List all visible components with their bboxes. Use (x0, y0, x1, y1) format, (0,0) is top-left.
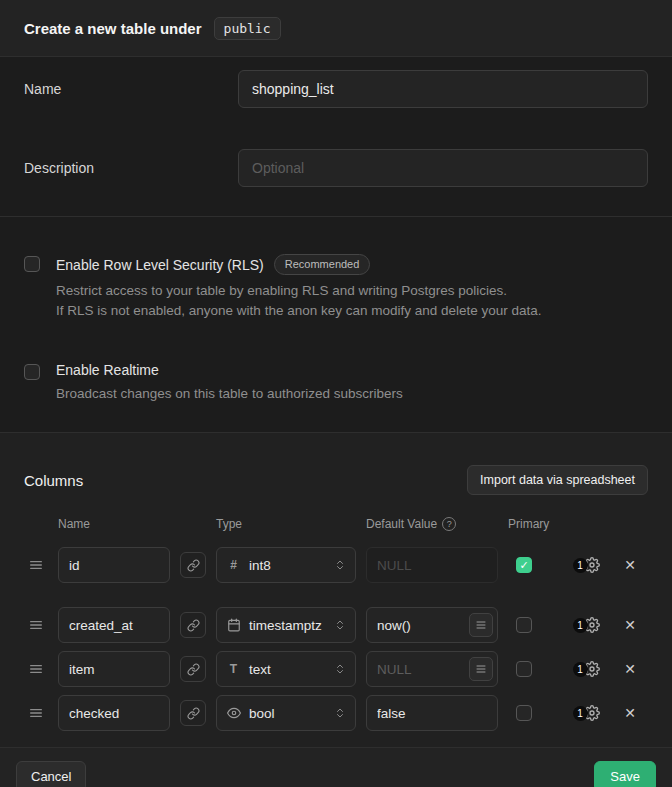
primary-checkbox[interactable] (516, 617, 532, 633)
name-field-row: Name (24, 70, 648, 108)
column-type-select[interactable]: # int8 (216, 547, 356, 583)
default-value-cell (366, 547, 498, 583)
settings-count-badge: 1 (573, 662, 588, 677)
remove-column-button[interactable]: ✕ (620, 661, 640, 677)
default-value-cell (366, 651, 498, 687)
rls-checkbox[interactable] (24, 256, 40, 272)
create-table-panel: Create a new table under public Name Des… (0, 0, 672, 787)
realtime-body: Enable Realtime Broadcast changes on thi… (56, 362, 403, 404)
columns-section: Columns Import data via spreadsheet Name… (0, 433, 672, 748)
chevrons-up-down-icon (334, 663, 346, 675)
column-type-select[interactable]: bool (216, 695, 356, 731)
foreign-key-link-icon[interactable] (180, 700, 206, 726)
drag-handle-icon[interactable] (24, 557, 48, 573)
settings-count-badge: 1 (573, 706, 588, 721)
chevrons-up-down-icon (334, 619, 346, 631)
column-settings-button[interactable]: 1 (562, 661, 610, 677)
rls-label: Enable Row Level Security (RLS) (56, 257, 264, 273)
drag-handle-icon[interactable] (24, 661, 48, 677)
column-row: # int8 1 ✕ (24, 547, 648, 583)
column-settings-button[interactable]: 1 (562, 557, 610, 573)
column-name-input[interactable] (58, 651, 170, 687)
foreign-key-link-icon[interactable] (180, 612, 206, 638)
column-name-input[interactable] (58, 547, 170, 583)
columns-header-row: Name Type Default Value ? Primary (24, 517, 648, 531)
table-name-input[interactable] (238, 70, 648, 108)
cancel-button[interactable]: Cancel (16, 761, 86, 787)
column-type-value: text (249, 662, 271, 677)
help-icon[interactable]: ? (442, 517, 456, 531)
table-options-section: Enable Row Level Security (RLS) Recommen… (0, 217, 672, 433)
column-type-value: int8 (249, 558, 271, 573)
remove-column-button[interactable]: ✕ (620, 705, 640, 721)
column-row: T text 1 ✕ (24, 651, 648, 687)
primary-checkbox[interactable] (516, 705, 532, 721)
default-value-input[interactable] (366, 547, 498, 583)
columns-rows: # int8 1 ✕ timestamptz (24, 547, 648, 731)
default-value-input[interactable] (366, 695, 498, 731)
column-type-select[interactable]: T text (216, 651, 356, 687)
table-description-input[interactable] (238, 149, 648, 187)
table-info-section: Name Description (0, 57, 672, 217)
column-name-input[interactable] (58, 607, 170, 643)
header-default-value: Default Value (366, 517, 437, 531)
calendar-icon (226, 618, 241, 632)
remove-column-button[interactable]: ✕ (620, 557, 640, 573)
column-name-input[interactable] (58, 695, 170, 731)
panel-title: Create a new table under (24, 20, 202, 37)
save-button[interactable]: Save (594, 761, 656, 787)
default-value-cell (366, 607, 498, 643)
rls-body: Enable Row Level Security (RLS) Recommen… (56, 254, 542, 320)
foreign-key-link-icon[interactable] (180, 552, 206, 578)
name-label: Name (24, 81, 238, 97)
header-name: Name (58, 517, 170, 531)
column-type-select[interactable]: timestamptz (216, 607, 356, 643)
column-type-value: bool (249, 706, 275, 721)
panel-footer: Cancel Save (0, 747, 672, 787)
hash-icon: # (226, 558, 241, 572)
default-suggestions-icon[interactable] (469, 657, 493, 681)
schema-badge: public (214, 17, 281, 40)
rls-toggle-row: Enable Row Level Security (RLS) Recommen… (24, 254, 648, 320)
rls-description-line2: If RLS is not enabled, anyone with the a… (56, 301, 542, 321)
default-value-cell (366, 695, 498, 731)
eye-icon (226, 706, 241, 720)
primary-checkbox[interactable] (516, 557, 532, 573)
chevrons-up-down-icon (334, 707, 346, 719)
settings-count-badge: 1 (573, 618, 588, 633)
chevrons-up-down-icon (334, 559, 346, 571)
drag-handle-icon[interactable] (24, 705, 48, 721)
columns-title: Columns (24, 472, 83, 489)
realtime-description: Broadcast changes on this table to autho… (56, 384, 403, 404)
text-icon: T (226, 662, 241, 676)
column-row: bool 1 ✕ (24, 695, 648, 731)
header-type: Type (216, 517, 356, 531)
recommended-badge: Recommended (274, 254, 371, 275)
description-label: Description (24, 160, 238, 176)
remove-column-button[interactable]: ✕ (620, 617, 640, 633)
description-field-row: Description (24, 149, 648, 187)
realtime-checkbox[interactable] (24, 364, 40, 380)
panel-header: Create a new table under public (0, 0, 672, 57)
drag-handle-icon[interactable] (24, 617, 48, 633)
column-settings-button[interactable]: 1 (562, 617, 610, 633)
column-settings-button[interactable]: 1 (562, 705, 610, 721)
rls-description-line1: Restrict access to your table by enablin… (56, 281, 542, 301)
column-type-value: timestamptz (249, 618, 322, 633)
primary-checkbox[interactable] (516, 661, 532, 677)
foreign-key-link-icon[interactable] (180, 656, 206, 682)
settings-count-badge: 1 (573, 558, 588, 573)
realtime-label: Enable Realtime (56, 362, 159, 378)
default-suggestions-icon[interactable] (469, 613, 493, 637)
header-primary: Primary (508, 517, 552, 531)
import-spreadsheet-button[interactable]: Import data via spreadsheet (467, 465, 648, 496)
realtime-toggle-row: Enable Realtime Broadcast changes on thi… (24, 362, 648, 404)
column-row: timestamptz 1 ✕ (24, 607, 648, 643)
